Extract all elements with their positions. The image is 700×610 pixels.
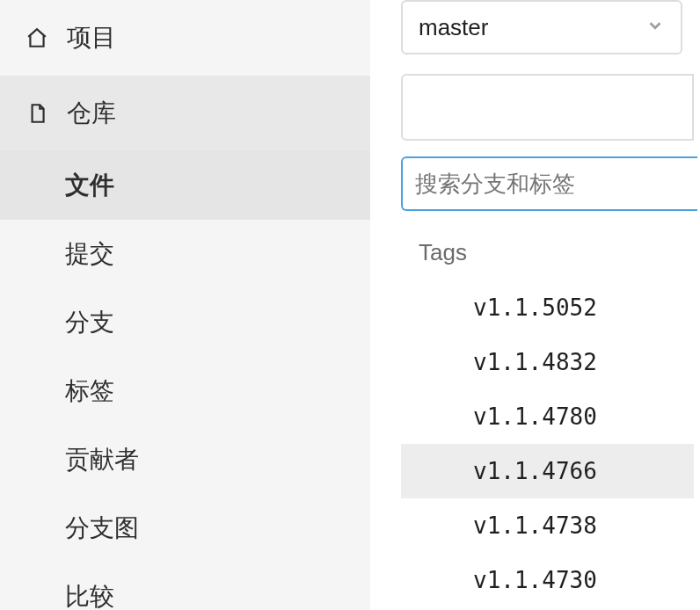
tag-item[interactable]: v1.1.4730 — [401, 553, 694, 607]
sidebar-sub-item-label: 提交 — [65, 240, 114, 267]
sidebar-sub-item[interactable]: 文件 — [0, 151, 370, 220]
branch-selected-label: master — [419, 14, 488, 41]
dropdown-panel: Tags v1.1.5052v1.1.4832v1.1.4780v1.1.476… — [401, 156, 700, 607]
tag-item-label: v1.1.4780 — [473, 403, 597, 430]
tag-item-label: v1.1.4766 — [473, 458, 597, 484]
home-icon — [25, 25, 49, 50]
tag-item-label: v1.1.4832 — [473, 349, 597, 375]
tag-item[interactable]: v1.1.4738 — [401, 498, 694, 553]
sidebar-sub-item[interactable]: 提交 — [0, 220, 370, 288]
file-icon — [25, 101, 49, 126]
sidebar-item-project[interactable]: 项目 — [0, 0, 370, 76]
branch-selector[interactable]: master — [401, 0, 682, 54]
sidebar-item-label: 项目 — [67, 21, 116, 54]
tag-item[interactable]: v1.1.4832 — [401, 335, 694, 389]
tag-item-label: v1.1.4738 — [473, 512, 597, 539]
sidebar-sub-item-label: 分支 — [65, 309, 114, 336]
tag-item[interactable]: v1.1.4766 — [401, 444, 694, 498]
sidebar: 项目 仓库 文件提交分支标签贡献者分支图比较 — [0, 0, 370, 610]
tag-item-label: v1.1.4730 — [473, 567, 597, 593]
sidebar-item-repository[interactable]: 仓库 — [0, 76, 370, 151]
sidebar-sub-item[interactable]: 分支 — [0, 288, 370, 357]
sidebar-sub-item-label: 比较 — [65, 583, 114, 610]
sidebar-sub-item[interactable]: 标签 — [0, 357, 370, 425]
sidebar-sub-item-label: 分支图 — [65, 514, 139, 541]
search-input[interactable] — [401, 156, 697, 211]
sidebar-sub-item[interactable]: 贡献者 — [0, 425, 370, 494]
sidebar-sub-item[interactable]: 比较 — [0, 563, 370, 610]
tag-item-label: v1.1.5052 — [473, 294, 597, 321]
tag-list: v1.1.5052v1.1.4832v1.1.4780v1.1.4766v1.1… — [401, 280, 694, 607]
sidebar-item-label: 仓库 — [67, 97, 116, 130]
content-box — [401, 74, 694, 141]
tags-section-label: Tags — [419, 239, 700, 266]
tag-item[interactable]: v1.1.4780 — [401, 389, 694, 444]
sidebar-sub-item[interactable]: 分支图 — [0, 494, 370, 563]
sidebar-sub-items: 文件提交分支标签贡献者分支图比较 — [0, 151, 370, 610]
sidebar-sub-item-label: 文件 — [65, 171, 114, 199]
tag-item[interactable]: v1.1.5052 — [401, 280, 694, 335]
chevron-down-icon — [645, 14, 665, 41]
sidebar-sub-item-label: 标签 — [65, 377, 114, 404]
sidebar-sub-item-label: 贡献者 — [65, 446, 139, 473]
right-panel: master Tags v1.1.5052v1.1.4832v1.1.4780v… — [370, 0, 700, 610]
